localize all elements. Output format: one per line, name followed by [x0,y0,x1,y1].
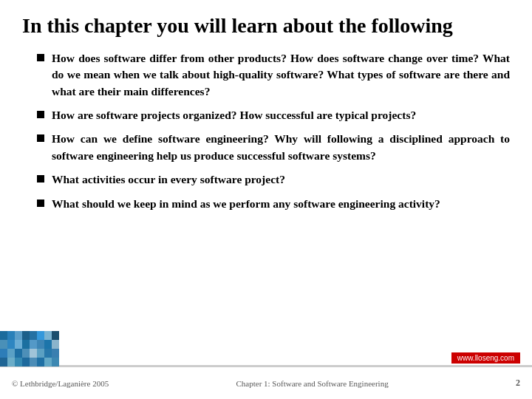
website-badge: www.lloseng.com [451,352,520,364]
bullet-item-5: What should we keep in mind as we perfor… [37,196,510,212]
bullet-item-1: How does software differ from other prod… [37,50,510,100]
bullet-text-4: What activities occur in every software … [52,171,285,188]
bullet-square-5 [37,200,44,207]
bullet-square-2 [37,111,44,118]
bullet-item-4: What activities occur in every software … [37,171,510,188]
bullet-item-3: How can we define software engineering? … [37,131,510,164]
footer-page: 2 [516,378,520,389]
bullet-square-3 [37,134,44,142]
content-area: How does software differ from other prod… [22,50,510,213]
bullet-square-4 [37,175,44,183]
bullet-item-2: How are software projects organized? How… [37,107,510,123]
slide-title: In this chapter you will learn about the… [22,13,510,38]
bullet-square-1 [37,54,44,61]
mosaic-decoration [0,331,59,366]
bullet-text-2: How are software projects organized? How… [52,107,416,123]
footer-copyright: © Lethbridge/Laganière 2005 [12,379,109,388]
bullet-text-1: How does software differ from other prod… [52,50,510,100]
footer-chapter: Chapter 1: Software and Software Enginee… [236,379,388,388]
bullet-text-5: What should we keep in mind as we perfor… [52,196,440,212]
slide-container: In this chapter you will learn about the… [0,0,532,399]
bullet-text-3: How can we define software engineering? … [52,131,510,164]
footer: © Lethbridge/Laganière 2005 Chapter 1: S… [0,366,532,399]
